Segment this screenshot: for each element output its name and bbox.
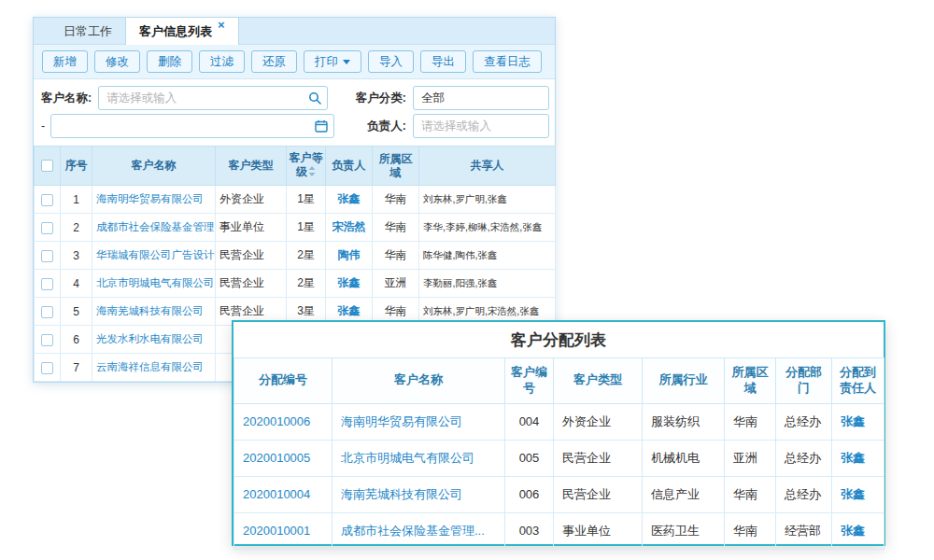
cell-alloc-no: 2020010004 bbox=[234, 476, 333, 512]
calendar-icon[interactable] bbox=[315, 119, 328, 135]
cell-owner: 宋浩然 bbox=[326, 214, 373, 242]
cell-customer-type: 民营企业 bbox=[216, 270, 287, 298]
cell-customer-no: 006 bbox=[505, 476, 554, 512]
cell-assignee: 张鑫 bbox=[832, 403, 884, 440]
row-checkbox[interactable] bbox=[41, 250, 53, 262]
cell-region: 亚洲 bbox=[373, 270, 419, 298]
select-all-checkbox[interactable] bbox=[41, 160, 53, 172]
allocation-no-link[interactable]: 2020010006 bbox=[243, 414, 310, 428]
row-checkbox[interactable] bbox=[41, 306, 53, 318]
cell-customer-name: 北京市明城电气有限公司 bbox=[333, 440, 505, 476]
row-checkbox[interactable] bbox=[41, 362, 53, 374]
customer-category-label: 客户分类: bbox=[356, 91, 406, 106]
sort-icon[interactable] bbox=[308, 166, 316, 179]
cell-customer-name: 成都市社会保险基金管理... bbox=[92, 214, 216, 242]
header-region: 所属区域 bbox=[373, 147, 419, 186]
header-seq: 序号 bbox=[61, 147, 92, 186]
restore-button[interactable]: 还原 bbox=[251, 50, 297, 73]
header-customer-name: 客户名称 bbox=[92, 147, 216, 186]
search-icon[interactable] bbox=[308, 91, 321, 107]
customer-name-link[interactable]: 海南明华贸易有限公司 bbox=[96, 193, 204, 204]
cell-region: 华南 bbox=[373, 186, 419, 214]
cell-shared: 李勤丽,阳强,张鑫 bbox=[419, 270, 556, 298]
delete-button[interactable]: 删除 bbox=[147, 50, 192, 73]
cell-customer-name: 成都市社会保险基金管理... bbox=[333, 512, 505, 549]
tab-label: 日常工作 bbox=[64, 23, 112, 40]
allocation-no-link[interactable]: 2020010004 bbox=[243, 487, 310, 501]
allocation-panel-title: 客户分配列表 bbox=[234, 322, 884, 357]
customer-category-select[interactable]: 全部 bbox=[413, 86, 549, 110]
owner-link[interactable]: 张鑫 bbox=[338, 192, 361, 205]
cell-region: 亚洲 bbox=[725, 440, 776, 476]
owner-input[interactable] bbox=[413, 114, 549, 138]
date-input[interactable] bbox=[50, 114, 334, 138]
cell-owner: 张鑫 bbox=[326, 270, 373, 298]
customer-name-link[interactable]: 华瑞城有限公司广告设计部 bbox=[96, 249, 216, 260]
cell-assignee: 张鑫 bbox=[832, 476, 884, 512]
cell-region: 华南 bbox=[725, 403, 776, 440]
filter-button[interactable]: 过滤 bbox=[199, 50, 245, 73]
cell-checkbox bbox=[35, 354, 61, 382]
view-log-button[interactable]: 查看日志 bbox=[473, 50, 542, 73]
allocation-no-link[interactable]: 2020010001 bbox=[243, 524, 310, 538]
tab-bar: 日常工作 客户信息列表 × bbox=[34, 18, 555, 45]
cell-customer-name: 光发水利水电有限公司 bbox=[92, 326, 216, 354]
allocation-table: 分配编号 客户名称 客户编号 客户类型 所属行业 所属区域 分配部门 分配到责任… bbox=[234, 357, 884, 550]
cell-level: 1星 bbox=[287, 186, 326, 214]
table-row: 1 海南明华贸易有限公司 外资企业 1星 张鑫 华南 刘东林,罗广明,张鑫 bbox=[35, 186, 556, 214]
customer-name-link[interactable]: 北京市明城电气有限公司 bbox=[341, 451, 474, 465]
header-customer-type: 客户类型 bbox=[554, 358, 643, 404]
assignee-link[interactable]: 张鑫 bbox=[841, 414, 865, 428]
owner-link[interactable]: 宋浩然 bbox=[333, 220, 366, 233]
cell-checkbox bbox=[35, 242, 61, 270]
table-row: 2020010004 海南芜城科技有限公司 006 民营企业 信息产业 华南 总… bbox=[234, 476, 884, 512]
owner-link[interactable]: 张鑫 bbox=[338, 276, 361, 289]
row-checkbox[interactable] bbox=[41, 194, 53, 206]
tab-daily-work[interactable]: 日常工作 bbox=[50, 18, 125, 45]
cell-industry: 医药卫生 bbox=[643, 512, 725, 549]
row-checkbox[interactable] bbox=[41, 278, 53, 290]
header-owner: 负责人 bbox=[326, 147, 373, 186]
customer-name-link[interactable]: 成都市社会保险基金管理... bbox=[341, 524, 485, 538]
tab-label: 客户信息列表 bbox=[139, 23, 212, 40]
cell-owner: 张鑫 bbox=[326, 186, 373, 214]
customer-name-link[interactable]: 海南芜城科技有限公司 bbox=[96, 305, 204, 316]
add-button[interactable]: 新增 bbox=[42, 50, 88, 73]
import-button[interactable]: 导入 bbox=[368, 50, 414, 73]
table-row: 2020010005 北京市明城电气有限公司 005 民营企业 机械机电 亚洲 … bbox=[234, 440, 884, 476]
row-checkbox[interactable] bbox=[41, 222, 53, 234]
owner-link[interactable]: 张鑫 bbox=[338, 304, 361, 317]
owner-link[interactable]: 陶伟 bbox=[338, 248, 361, 261]
close-icon[interactable]: × bbox=[218, 19, 225, 32]
customer-name-link[interactable]: 北京市明城电气有限公司 bbox=[96, 277, 215, 288]
edit-button[interactable]: 修改 bbox=[94, 50, 140, 73]
tab-customer-info-list[interactable]: 客户信息列表 × bbox=[125, 18, 239, 45]
table-row: 2020010001 成都市社会保险基金管理... 003 事业单位 医药卫生 … bbox=[234, 512, 884, 549]
export-button[interactable]: 导出 bbox=[420, 50, 466, 73]
cell-customer-name: 北京市明城电气有限公司 bbox=[92, 270, 216, 298]
customer-name-link[interactable]: 光发水利水电有限公司 bbox=[96, 333, 204, 344]
assignee-link[interactable]: 张鑫 bbox=[841, 487, 865, 501]
header-customer-no: 客户编号 bbox=[505, 358, 554, 404]
row-checkbox[interactable] bbox=[41, 334, 53, 346]
toolbar: 新增 修改 删除 过滤 还原 打印 导入 导出 查看日志 bbox=[34, 45, 555, 79]
cell-region: 华南 bbox=[725, 476, 776, 512]
customer-name-link[interactable]: 海南明华贸易有限公司 bbox=[341, 414, 462, 428]
filter-row-2: - 负责人: bbox=[41, 112, 549, 140]
cell-industry: 机械机电 bbox=[643, 440, 725, 476]
cell-dept: 经营部 bbox=[776, 512, 832, 549]
customer-name-link[interactable]: 云南海祥信息有限公司 bbox=[96, 361, 204, 372]
customer-name-input[interactable] bbox=[98, 86, 328, 110]
customer-name-link[interactable]: 海南芜城科技有限公司 bbox=[341, 487, 462, 501]
header-customer-level[interactable]: 客户等级 bbox=[287, 147, 326, 186]
assignee-link[interactable]: 张鑫 bbox=[841, 451, 865, 465]
cell-customer-type: 民营企业 bbox=[554, 440, 643, 476]
filter-area: 客户名称: 客户分类: 全部 - bbox=[34, 79, 555, 146]
owner-group: 负责人: bbox=[367, 114, 549, 138]
cell-level: 2星 bbox=[287, 270, 326, 298]
cell-dept: 总经办 bbox=[776, 403, 832, 440]
print-button[interactable]: 打印 bbox=[304, 50, 361, 73]
customer-name-link[interactable]: 成都市社会保险基金管理... bbox=[96, 221, 216, 232]
allocation-no-link[interactable]: 2020010005 bbox=[243, 451, 310, 465]
assignee-link[interactable]: 张鑫 bbox=[841, 524, 865, 538]
